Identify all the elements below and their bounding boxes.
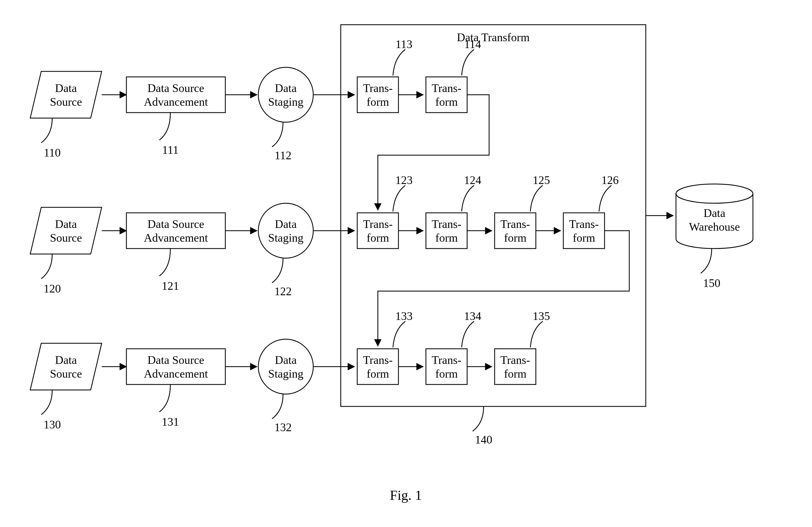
ref-123: 123 bbox=[395, 174, 413, 186]
ref-133: 133 bbox=[395, 310, 413, 322]
ref-122: 122 bbox=[275, 285, 292, 298]
etl-diagram: Data Transform Data Source 110 Data Sour… bbox=[0, 0, 812, 527]
data-source-1-label-1: Data bbox=[55, 82, 77, 94]
leader-111 bbox=[159, 112, 170, 140]
data-source-2-label-1: Data bbox=[55, 218, 77, 230]
ref-134: 134 bbox=[464, 310, 481, 322]
transform-113: Trans- form 113 bbox=[357, 38, 412, 112]
data-advancement-2-label-1: Data Source bbox=[148, 218, 204, 230]
svg-marker-12 bbox=[30, 343, 102, 390]
ref-132: 132 bbox=[275, 421, 292, 434]
t123-label-2: form bbox=[366, 231, 389, 244]
t114-label-2: form bbox=[435, 95, 458, 108]
t125-label-2: form bbox=[504, 231, 526, 244]
row-1: Data Source 110 Data Source Advancement … bbox=[30, 38, 489, 210]
leader-110 bbox=[41, 118, 52, 143]
t126-label-2: form bbox=[572, 231, 595, 244]
t113-label-1: Trans- bbox=[363, 82, 393, 94]
leader-112 bbox=[272, 122, 283, 147]
svg-point-18 bbox=[676, 184, 753, 203]
leader-114 bbox=[462, 49, 474, 76]
transform-126: Trans- form 126 bbox=[563, 174, 619, 249]
data-staging-2-label-1: Data bbox=[275, 218, 297, 230]
t135-label-2: form bbox=[504, 367, 526, 380]
leader-134 bbox=[462, 321, 474, 347]
data-advancement-1-label-2: Advancement bbox=[144, 95, 208, 108]
ref-112: 112 bbox=[275, 149, 291, 162]
ref-150: 150 bbox=[703, 277, 721, 289]
data-staging-3-label-1: Data bbox=[275, 354, 297, 366]
connector-114-123 bbox=[378, 95, 489, 210]
leader-125 bbox=[530, 185, 543, 211]
data-advancement-3-label-2: Advancement bbox=[144, 367, 208, 380]
svg-point-7 bbox=[258, 203, 313, 258]
data-source-1-label-2: Source bbox=[50, 95, 82, 108]
svg-point-14 bbox=[258, 339, 313, 394]
t124-label-2: form bbox=[435, 231, 458, 244]
leader-133 bbox=[393, 321, 405, 347]
data-source-3-label-2: Source bbox=[50, 367, 82, 380]
leader-130 bbox=[41, 390, 52, 415]
ref-140: 140 bbox=[475, 433, 492, 446]
ref-114: 114 bbox=[464, 38, 481, 50]
leader-113 bbox=[393, 49, 405, 76]
ref-113: 113 bbox=[395, 38, 412, 50]
t133-label-2: form bbox=[366, 367, 389, 380]
ref-135: 135 bbox=[533, 310, 550, 322]
leader-121 bbox=[159, 249, 170, 276]
leader-135 bbox=[530, 321, 543, 347]
data-source-1: Data Source 110 bbox=[30, 71, 102, 159]
data-staging-3-label-2: Staging bbox=[268, 367, 303, 380]
data-advancement-1: Data Source Advancement 111 bbox=[126, 77, 225, 156]
t123-label-1: Trans- bbox=[363, 218, 393, 230]
data-warehouse-label-2: Warehouse bbox=[689, 221, 740, 233]
transform-125: Trans- form 125 bbox=[495, 174, 550, 249]
data-staging-2-label-2: Staging bbox=[268, 231, 303, 244]
data-source-3: Data Source 130 bbox=[30, 343, 102, 431]
ref-131: 131 bbox=[162, 416, 179, 428]
leader-120 bbox=[41, 254, 52, 279]
t135-label-1: Trans- bbox=[501, 354, 530, 366]
ref-130: 130 bbox=[44, 418, 61, 431]
t133-label-1: Trans- bbox=[363, 354, 393, 366]
t124-label-1: Trans- bbox=[432, 218, 461, 230]
transform-135: Trans- form 135 bbox=[495, 310, 550, 385]
data-staging-3: Data Staging 132 bbox=[258, 339, 313, 434]
leader-124 bbox=[462, 185, 474, 211]
ref-111: 111 bbox=[162, 144, 179, 156]
t114-label-1: Trans- bbox=[432, 82, 461, 94]
data-advancement-1-label-1: Data Source bbox=[148, 82, 204, 94]
transform-123: Trans- form 123 bbox=[357, 174, 413, 249]
svg-marker-0 bbox=[30, 71, 102, 118]
svg-marker-5 bbox=[30, 207, 102, 254]
data-staging-1-label-1: Data bbox=[275, 82, 297, 94]
figure-caption: Fig. 1 bbox=[390, 487, 422, 503]
leader-122 bbox=[272, 258, 283, 283]
data-staging-1-label-2: Staging bbox=[268, 95, 303, 108]
leader-131 bbox=[159, 385, 170, 412]
data-staging-1: Data Staging 112 bbox=[258, 67, 313, 162]
data-staging-2: Data Staging 122 bbox=[258, 203, 313, 298]
transform-114: Trans- form 114 bbox=[426, 38, 481, 112]
svg-point-2 bbox=[258, 67, 313, 122]
data-advancement-2: Data Source Advancement 121 bbox=[126, 213, 225, 292]
transform-124: Trans- form 124 bbox=[426, 174, 481, 249]
ref-124: 124 bbox=[464, 174, 481, 186]
ref-120: 120 bbox=[44, 282, 61, 295]
ref-110: 110 bbox=[44, 146, 60, 159]
ref-121: 121 bbox=[162, 280, 179, 292]
leader-140 bbox=[473, 406, 484, 431]
ref-126: 126 bbox=[601, 174, 619, 186]
leader-123 bbox=[393, 185, 405, 211]
transform-133: Trans- form 133 bbox=[357, 310, 413, 385]
row-3: Data Source 130 Data Source Advancement … bbox=[30, 310, 550, 434]
t134-label-1: Trans- bbox=[432, 354, 461, 366]
t113-label-2: form bbox=[366, 95, 389, 108]
connector-126-133 bbox=[378, 231, 629, 346]
ref-125: 125 bbox=[533, 174, 550, 186]
data-advancement-3: Data Source Advancement 131 bbox=[126, 349, 225, 428]
transform-134: Trans- form 134 bbox=[426, 310, 481, 385]
leader-126 bbox=[599, 185, 611, 211]
leader-132 bbox=[272, 394, 283, 419]
t125-label-1: Trans- bbox=[501, 218, 530, 230]
